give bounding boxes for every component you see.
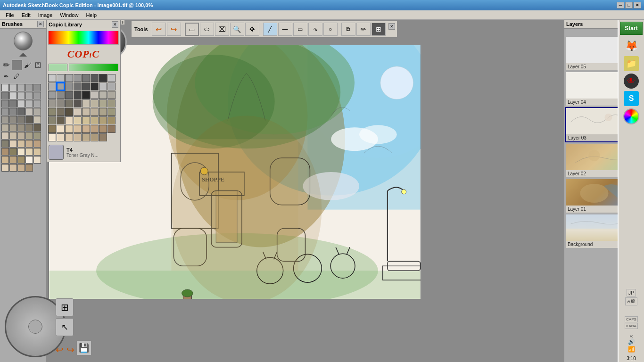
copic-swatch-7-3[interactable] [82,125,90,133]
brush-color-swatch-22[interactable] [17,116,25,123]
copic-swatch-6-2[interactable] [82,116,90,124]
menu-help[interactable]: Help [82,11,100,19]
brush-color-swatch-34[interactable] [33,132,41,140]
select-rect-button[interactable]: ▭ [185,23,199,36]
pen-button[interactable]: ✏ [356,23,371,36]
minimize-button[interactable]: ─ [617,2,624,8]
copic-swatch-5-0[interactable] [74,108,82,116]
brush-color-swatch-4[interactable] [33,84,41,91]
brush-color-swatch-50[interactable] [1,164,9,172]
bottom-undo-button[interactable]: ↩ [56,344,64,355]
copy-stamp-button[interactable]: ⧉ [341,23,355,36]
brush-color-swatch-2[interactable] [17,84,25,91]
brush-color-swatch-27[interactable] [17,124,25,132]
brush-color-swatch-41[interactable] [9,148,17,156]
copic-swatch-6-1[interactable] [74,116,82,124]
brush-color-swatch-7[interactable] [17,92,25,99]
brush-color-swatch-43[interactable] [25,148,33,156]
ime-jp-indicator[interactable]: JP [627,289,636,296]
copic-swatch-8-2[interactable] [65,133,73,141]
brush-color-swatch-33[interactable] [25,132,33,140]
brush1-btn[interactable]: 🖌 [23,60,33,70]
brush4-btn[interactable]: 🖊 [12,71,21,82]
brush-color-swatch-32[interactable] [17,132,25,140]
brush-color-swatch-45[interactable] [1,156,9,164]
brush-color-swatch-19[interactable] [33,108,41,115]
brush-color-swatch-13[interactable] [25,100,33,107]
copic-swatch-6-0[interactable] [65,116,73,124]
brush-color-swatch-48[interactable] [25,156,33,164]
zoom-button[interactable]: 🔍 [230,23,244,36]
rect-shape-button[interactable]: ▭ [293,23,307,36]
brush-color-swatch-3[interactable] [25,84,33,91]
copic-swatch-3-6[interactable] [74,99,82,107]
brush-color-swatch-31[interactable] [9,132,17,140]
menu-edit[interactable]: Edit [18,11,34,19]
copic-swatch-7-1[interactable] [65,125,73,133]
copic-swatch-7-2[interactable] [74,125,82,133]
grid-tool-btn[interactable]: ⊞ [56,298,74,316]
copic-swatch-1-1[interactable] [48,82,56,90]
brush-color-swatch-36[interactable] [9,140,17,148]
copic-swatch-6-4[interactable] [99,116,107,124]
copic-swatch-8-4[interactable] [82,133,90,141]
copic-swatch-0-0[interactable] [48,74,56,82]
brush-color-swatch-42[interactable] [17,148,25,156]
menu-window[interactable]: Window [56,11,82,19]
media-icon[interactable]: 👁 [624,74,639,89]
brush-color-swatch-37[interactable] [17,140,25,148]
copic-close-button[interactable]: ✕ [112,21,118,28]
copic-swatch-7-6[interactable] [107,125,116,133]
copic-swatch-1-5[interactable] [82,82,90,90]
brush-color-swatch-53[interactable] [25,164,33,172]
brush-color-swatch-44[interactable] [33,148,41,156]
copic-swatch-7-0[interactable] [57,125,65,133]
brush-color-swatch-5[interactable] [1,92,9,99]
copic-swatch-8-5[interactable] [91,133,99,141]
copic-swatch-3-4[interactable] [57,99,65,107]
brush-color-swatch-14[interactable] [33,100,41,107]
straight-line-button[interactable]: — [278,23,292,36]
undo-button[interactable]: ↩ [152,23,166,36]
brush-color-swatch-10[interactable] [1,100,9,107]
brush-color-swatch-47[interactable] [17,156,25,164]
copic-swatch-0-1[interactable] [57,74,65,82]
copic-swatch-5-3[interactable] [99,108,107,116]
brush-color-swatch-35[interactable] [1,140,9,148]
maximize-button[interactable]: □ [625,2,633,8]
brush-color-swatch-29[interactable] [33,124,41,132]
brush2-btn[interactable]: ⚿ [33,60,43,70]
copic-swatch-4-2[interactable] [99,99,107,107]
copic-swatch-0-4[interactable] [82,74,90,82]
brush3-btn[interactable]: ✒ [1,71,11,82]
pencil-btn[interactable]: ✏ [1,60,11,70]
copic-swatch-3-1[interactable] [99,91,107,99]
copic-swatch-5-5[interactable] [48,116,56,124]
brush-color-swatch-30[interactable] [1,132,9,140]
brush-color-swatch-23[interactable] [25,116,33,123]
copic-swatch-3-0[interactable] [91,91,99,99]
copic-swatch-0-2[interactable] [65,74,73,82]
brush-color-swatch-49[interactable] [33,156,41,164]
copic-swatch-2-3[interactable] [57,91,65,99]
curve-line-button[interactable]: ╱ [263,23,277,36]
menu-image[interactable]: Image [34,11,57,19]
brush-color-swatch-52[interactable] [17,164,25,172]
brush-color-swatch-9[interactable] [33,92,41,99]
brush-color-swatch-26[interactable] [9,124,17,132]
firefox-icon[interactable]: 🦊 [624,39,639,54]
copic-swatch-8-3[interactable] [74,133,82,141]
brush-color-swatch-46[interactable] [9,156,17,164]
menu-file[interactable]: File [2,11,18,19]
tools-close-button[interactable]: ✕ [388,23,395,30]
brush-color-swatch-18[interactable] [25,108,33,115]
brush-grid-button[interactable]: ⊞ [372,23,386,36]
brush-color-swatch-6[interactable] [9,92,17,99]
brush-color-swatch-12[interactable] [17,100,25,107]
copic-swatch-4-3[interactable] [107,99,116,107]
color-picker-icon[interactable] [623,108,639,124]
ellipse-button[interactable]: ○ [323,23,338,36]
copic-swatch-0-3[interactable] [74,74,82,82]
brush-color-swatch-1[interactable] [9,84,17,91]
wave-button[interactable]: ∿ [308,23,322,36]
